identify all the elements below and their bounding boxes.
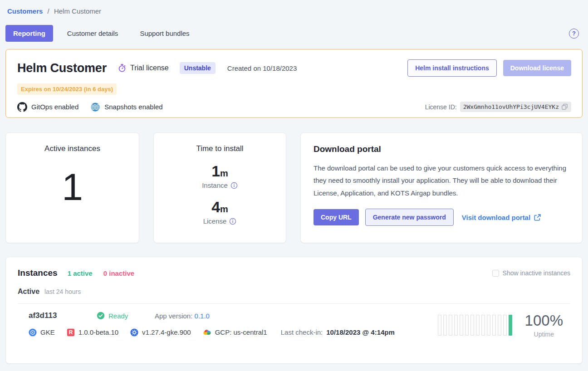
cloud-region-label: GCP: us-central1 <box>215 328 267 336</box>
license-id-row: License ID: 2WxGmnho11ovUhYPi3cjUV4EYKz <box>425 102 571 112</box>
show-inactive-toggle[interactable]: Show inactive instances <box>492 269 570 277</box>
distribution-label: GKE <box>40 328 55 336</box>
uptime-bar <box>438 315 441 336</box>
instances-title: Instances <box>18 268 58 278</box>
visit-download-portal-link[interactable]: Visit download portal <box>462 214 541 221</box>
uptime-bars <box>438 311 512 339</box>
time-to-install-card: Time to install 1m Instance 4m License <box>153 132 286 243</box>
app-version-label: App version: <box>155 312 192 320</box>
active-instances-card: Active instances 1 <box>5 132 139 243</box>
breadcrumb: Customers / Helm Customer <box>5 6 583 15</box>
download-portal-title: Download portal <box>314 144 569 154</box>
uptime-bar <box>476 315 480 336</box>
external-link-icon <box>534 214 541 221</box>
instances-card: Instances 1 active 0 inactive Show inact… <box>5 257 583 364</box>
tti-instance-label: Instance <box>202 181 228 189</box>
tab-bar: Reporting Customer details Support bundl… <box>5 25 583 42</box>
channel-badge: Unstable <box>180 62 216 74</box>
uptime-bar <box>487 315 490 336</box>
last-checkin-value: 10/18/2023 @ 4:14pm <box>326 328 395 336</box>
license-id-label: License ID: <box>425 103 457 111</box>
kots-version: R 1.0.0-beta.10 <box>67 328 118 337</box>
uptime-bar <box>449 315 452 336</box>
snapshots-enabled: Snapshots enabled <box>90 102 162 112</box>
snapshots-enabled-label: Snapshots enabled <box>104 103 162 111</box>
uptime-bar <box>498 315 501 336</box>
tab-customer-details[interactable]: Customer details <box>59 25 126 42</box>
page: Customers / Helm Customer Reporting Cust… <box>0 0 588 369</box>
inactive-count: 0 inactive <box>103 269 134 277</box>
uptime-label: Uptime <box>525 331 563 338</box>
show-inactive-checkbox[interactable] <box>492 270 499 277</box>
tti-license-label: License <box>203 217 227 225</box>
uptime-value: 100% <box>525 312 563 329</box>
stats-row: Active instances 1 Time to install 1m In… <box>5 132 583 243</box>
uptime-bar <box>465 315 469 336</box>
copy-icon[interactable] <box>561 103 568 110</box>
active-instances-value: 1 <box>62 168 83 206</box>
license-type: Trial license <box>118 63 169 73</box>
customer-summary-card: Helm Customer Trial license Unstable Cre… <box>5 49 583 118</box>
breadcrumb-customers-link[interactable]: Customers <box>7 7 43 15</box>
instance-id: af3d113 <box>29 311 97 320</box>
customer-name: Helm Customer <box>17 61 107 75</box>
k8s-version: v1.27.4-gke.900 <box>130 328 191 337</box>
svg-text:R: R <box>69 329 73 336</box>
helm-install-instructions-button[interactable]: Helm install instructions <box>407 59 497 77</box>
last-checkin-label: Last check-in: <box>281 328 323 336</box>
tti-license-unit: m <box>220 204 228 214</box>
tti-instance-value: 1 <box>211 162 220 180</box>
help-icon[interactable]: ? <box>569 29 579 39</box>
instance-status-label: Ready <box>108 312 128 320</box>
last-checkin: Last check-in: 10/18/2023 @ 4:14pm <box>281 328 395 336</box>
download-license-button[interactable]: Download license <box>503 60 571 76</box>
copy-url-button[interactable]: Copy URL <box>314 209 359 225</box>
timer-icon <box>118 63 127 73</box>
github-icon <box>17 102 27 112</box>
check-circle-icon <box>97 312 105 320</box>
license-id-chip: 2WxGmnho11ovUhYPi3cjUV4EYKz <box>460 102 571 112</box>
uptime-bar <box>454 315 458 336</box>
tti-license-value: 4 <box>211 198 220 215</box>
license-type-label: Trial license <box>130 64 169 72</box>
uptime: 100% Uptime <box>525 312 563 337</box>
visit-download-portal-label: Visit download portal <box>462 214 530 221</box>
app-version: App version: 0.1.0 <box>155 312 210 320</box>
license-id-value: 2WxGmnho11ovUhYPi3cjUV4EYKz <box>463 103 559 110</box>
app-version-link[interactable]: 0.1.0 <box>195 312 210 320</box>
uptime-bar <box>470 315 474 336</box>
breadcrumb-separator: / <box>48 7 49 15</box>
breadcrumb-current: Helm Customer <box>54 7 101 15</box>
active-section-label: Active <box>18 288 39 296</box>
download-portal-card: Download portal The download portal can … <box>300 132 583 243</box>
instance-status: Ready <box>97 312 155 320</box>
kots-version-label: 1.0.0-beta.10 <box>78 328 118 336</box>
uptime-bar <box>492 315 496 336</box>
tab-reporting[interactable]: Reporting <box>5 25 53 42</box>
k8s-version-label: v1.27.4-gke.900 <box>142 328 191 336</box>
active-count: 1 active <box>68 269 93 277</box>
uptime-bar <box>460 315 463 336</box>
tti-license: 4m License <box>203 199 237 225</box>
cloud-region: GCP: us-central1 <box>203 328 267 337</box>
gcp-icon <box>203 328 211 337</box>
tab-support-bundles[interactable]: Support bundles <box>132 25 197 42</box>
gitops-enabled: GitOps enabled <box>17 102 78 112</box>
uptime-bar <box>503 315 507 336</box>
kubernetes-icon <box>130 328 138 337</box>
gitops-enabled-label: GitOps enabled <box>31 103 78 111</box>
instance-row[interactable]: af3d113 Ready App version: 0.1.0 <box>18 303 570 339</box>
show-inactive-label: Show inactive instances <box>503 269 570 277</box>
time-to-install-title: Time to install <box>196 144 243 153</box>
info-icon[interactable] <box>229 218 236 225</box>
tti-instance-unit: m <box>220 168 228 178</box>
download-portal-description: The download portal can be used to give … <box>314 162 569 199</box>
active-section-range: last 24 hours <box>44 288 81 295</box>
tti-instance: 1m Instance <box>202 163 238 189</box>
generate-new-password-button[interactable]: Generate new password <box>365 209 454 226</box>
uptime-bar <box>509 315 512 336</box>
distribution: GKE <box>29 328 55 337</box>
gke-icon <box>29 328 37 337</box>
uptime-bar <box>481 315 485 336</box>
info-icon[interactable] <box>230 182 238 189</box>
